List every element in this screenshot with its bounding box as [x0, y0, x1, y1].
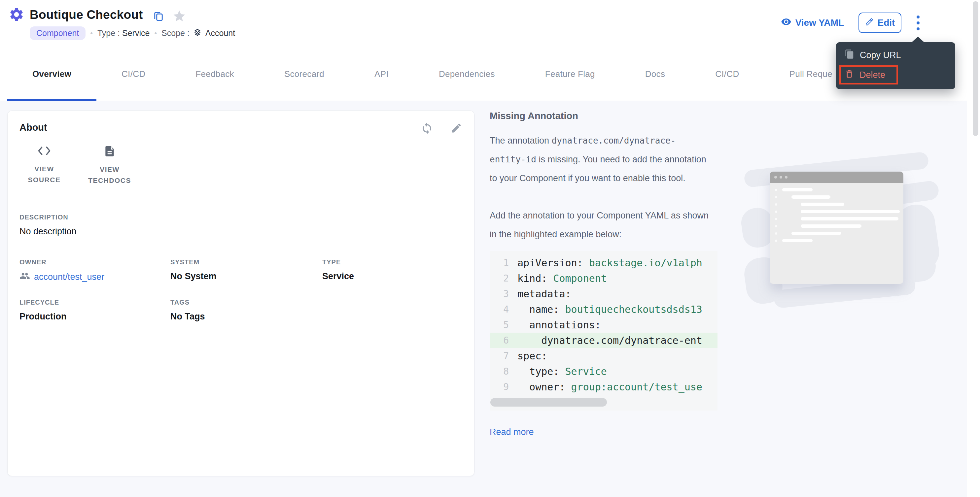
type-field: TYPE Service [322, 259, 462, 283]
tab-dependencies[interactable]: Dependencies [414, 47, 520, 101]
view-techdocs-button[interactable]: VIEW TECHDOCS [85, 145, 134, 186]
lifecycle-value: Production [19, 311, 170, 322]
lifecycle-field: LIFECYCLE Production [19, 299, 170, 322]
code-line-8: 8 type: Service [490, 364, 718, 379]
stack-scope-icon [193, 28, 202, 39]
content-area: About VIEW SOURCE VIEW TECHDOCS [0, 101, 980, 497]
tab-overview[interactable]: Overview [7, 47, 96, 101]
code-line-7: 7spec: [490, 348, 718, 364]
system-field: SYSTEM No System [170, 259, 322, 283]
page-title: Boutique Checkout [30, 8, 143, 22]
owner-value: account/test_user [34, 272, 104, 282]
tab-feature-flag[interactable]: Feature Flag [520, 47, 620, 101]
star-favorite-icon[interactable] [172, 9, 186, 24]
code-line-6: 6 dynatrace.com/dynatrace-ent [490, 333, 718, 348]
tab-docs[interactable]: Docs [620, 47, 690, 101]
system-value: No System [170, 271, 322, 281]
tab-scorecard[interactable]: Scorecard [259, 47, 349, 101]
edit-about-pencil-icon[interactable] [450, 122, 462, 135]
menu-item-delete[interactable]: Delete [839, 65, 898, 84]
menu-item-copy-url[interactable]: Copy URL [836, 46, 955, 65]
system-label: SYSTEM [170, 259, 322, 266]
eye-icon [781, 16, 791, 29]
more-options-kebab-button[interactable] [911, 13, 924, 33]
edit-label: Edit [878, 17, 895, 28]
tab-api[interactable]: API [349, 47, 414, 101]
code-line-1: 1apiVersion: backstage.io/v1alph [490, 255, 718, 271]
description-label: DESCRIPTION [19, 214, 462, 221]
component-gear-icon [9, 6, 24, 22]
owner-field: OWNER account/test_user [19, 259, 170, 283]
trash-icon [844, 69, 854, 81]
code-line-5: 5 annotations: [490, 317, 718, 333]
vertical-scrollbar-thumb[interactable] [973, 1, 978, 136]
tab-feedback[interactable]: Feedback [170, 47, 259, 101]
pencil-icon [865, 17, 874, 29]
kind-badge: Component [30, 26, 86, 40]
code-icon [37, 145, 51, 158]
lifecycle-label: LIFECYCLE [19, 299, 170, 306]
annotation-description: The annotation dynatrace.com/dynatrace-e… [490, 131, 709, 188]
code-horizontal-scrollbar[interactable] [490, 398, 607, 406]
copy-icon [845, 49, 854, 61]
type-label: Type : [97, 29, 120, 38]
page-header: Boutique Checkout Component • Type : Ser… [0, 0, 980, 47]
tab-ci-cd[interactable]: CI/CD [96, 47, 170, 101]
entity-breadcrumb: Component • Type : Service • Scope : Acc… [30, 26, 235, 40]
people-icon [19, 271, 30, 283]
tags-value: No Tags [170, 311, 322, 322]
code-editor-illustration [744, 152, 942, 307]
annotation-text: The annotation [490, 136, 552, 146]
dot-separator: • [90, 29, 93, 38]
edit-button[interactable]: Edit [859, 13, 901, 33]
view-source-button[interactable]: VIEW SOURCE [19, 145, 69, 186]
vertical-scrollbar-track [967, 0, 980, 497]
delete-label: Delete [859, 70, 885, 80]
tags-label: TAGS [170, 299, 322, 306]
entity-tab-bar: OverviewCI/CDFeedbackScorecardAPIDepende… [0, 47, 980, 101]
mini-editor-titlebar [770, 171, 904, 183]
tags-field: TAGS No Tags [170, 299, 322, 322]
description-value: No description [19, 226, 462, 237]
missing-annotation-heading: Missing Annotation [490, 111, 965, 121]
refresh-icon[interactable] [421, 122, 433, 136]
mini-editor-window [770, 171, 904, 284]
code-line-3: 3metadata: [490, 286, 718, 302]
view-yaml-label: View YAML [795, 17, 844, 28]
code-line-4: 4 name: boutiquecheckoutsdsds13 [490, 302, 718, 317]
yaml-code-snippet: 1apiVersion: backstage.io/v1alph2kind: C… [490, 251, 718, 411]
scope-label: Scope : [161, 29, 189, 38]
annotation-instruction: Add the annotation to your Component YAM… [490, 206, 709, 244]
view-source-label: VIEW SOURCE [19, 164, 69, 185]
more-options-menu: Copy URL Delete [836, 42, 955, 89]
about-card: About VIEW SOURCE VIEW TECHDOCS [7, 111, 474, 476]
scope-value: Account [205, 29, 235, 38]
copy-name-icon[interactable] [153, 10, 164, 24]
view-yaml-link[interactable]: View YAML [781, 16, 844, 29]
tab-ci-cd[interactable]: CI/CD [690, 47, 764, 101]
owner-link[interactable]: account/test_user [19, 271, 170, 283]
code-line-9: 9 owner: group:account/test_use [490, 379, 718, 395]
type-field-label: TYPE [322, 259, 462, 266]
dot-separator: • [154, 29, 157, 38]
about-heading: About [19, 122, 47, 133]
document-icon [103, 145, 116, 159]
read-more-link[interactable]: Read more [490, 427, 534, 437]
code-line-2: 2kind: Component [490, 271, 718, 286]
type-field-value: Service [322, 271, 462, 281]
copy-url-label: Copy URL [860, 50, 901, 60]
missing-annotation-panel: Missing Annotation The annotation dynatr… [490, 111, 965, 437]
view-techdocs-label: VIEW TECHDOCS [85, 164, 134, 186]
type-value: Service [122, 29, 150, 38]
owner-label: OWNER [19, 259, 170, 266]
